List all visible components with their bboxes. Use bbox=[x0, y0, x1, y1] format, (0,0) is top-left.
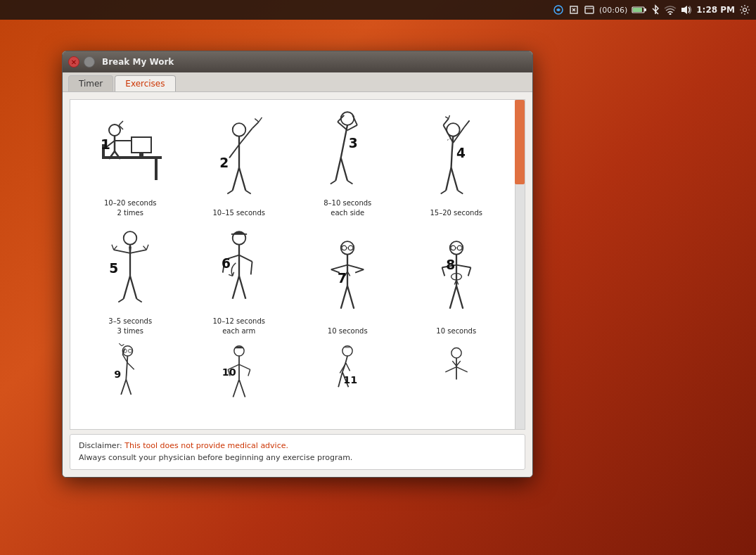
exercise-12 bbox=[407, 342, 506, 412]
svg-point-85 bbox=[457, 245, 462, 250]
notification-count: (00:06) bbox=[599, 6, 627, 15]
exercise-7-caption: 10 seconds bbox=[328, 326, 368, 336]
exercise-11: 11 bbox=[298, 342, 397, 412]
disclaimer-line2: Always consult your physician before beg… bbox=[79, 452, 516, 464]
bluetooth-icon bbox=[651, 4, 660, 15]
svg-rect-8 bbox=[127, 156, 162, 159]
exercise-3: 3 8–10 secondseach side bbox=[298, 106, 397, 218]
tab-timer[interactable]: Timer bbox=[68, 75, 113, 91]
svg-rect-4 bbox=[633, 8, 642, 12]
exercise-3-figure: 3 bbox=[305, 106, 390, 197]
svg-line-110 bbox=[239, 364, 250, 369]
svg-line-45 bbox=[464, 120, 469, 127]
svg-line-42 bbox=[443, 125, 453, 143]
svg-line-91 bbox=[468, 267, 470, 276]
svg-line-102 bbox=[128, 363, 134, 369]
svg-point-21 bbox=[232, 123, 245, 136]
svg-line-80 bbox=[341, 286, 347, 309]
svg-line-46 bbox=[446, 167, 451, 191]
disclaimer-box: Disclaimer: This tool does not provide m… bbox=[70, 434, 525, 470]
svg-line-103 bbox=[121, 380, 126, 395]
svg-point-73 bbox=[349, 245, 354, 250]
svg-rect-9 bbox=[155, 159, 158, 180]
svg-marker-6 bbox=[681, 6, 687, 14]
svg-line-93 bbox=[449, 286, 456, 309]
svg-point-5 bbox=[669, 13, 672, 15]
svg-text:6: 6 bbox=[222, 256, 231, 271]
svg-line-58 bbox=[119, 299, 124, 302]
svg-line-79 bbox=[355, 269, 364, 273]
window-title: Break My Work bbox=[102, 57, 174, 67]
svg-line-65 bbox=[250, 262, 252, 275]
main-window: ✕ Break My Work Timer Exercises bbox=[62, 51, 533, 478]
window-titlebar: ✕ Break My Work bbox=[63, 51, 532, 72]
exercise-5: 5 3–5 seconds3 times bbox=[81, 224, 179, 336]
svg-line-117 bbox=[346, 363, 350, 371]
svg-line-112 bbox=[233, 380, 239, 397]
svg-point-52 bbox=[124, 231, 137, 245]
svg-line-27 bbox=[239, 167, 245, 191]
svg-line-124 bbox=[456, 367, 468, 372]
exercise-1: 1 10–20 seconds2 times bbox=[81, 106, 179, 218]
tab-exercises[interactable]: Exercises bbox=[115, 75, 175, 91]
window-content: 1 10–20 seconds2 times bbox=[63, 92, 532, 477]
svg-text:2: 2 bbox=[219, 155, 229, 170]
svg-point-98 bbox=[129, 349, 132, 352]
exercises-panel: 1 10–20 seconds2 times bbox=[70, 99, 525, 430]
disclaimer-text: Disclaimer: This tool does not provide m… bbox=[79, 440, 516, 452]
svg-text:11: 11 bbox=[344, 374, 358, 385]
taskbar: (00:06) 1:28 PM bbox=[0, 0, 756, 20]
scrollbar[interactable] bbox=[515, 100, 525, 429]
exercise-5-caption: 3–5 seconds3 times bbox=[108, 317, 152, 336]
svg-line-90 bbox=[456, 265, 470, 268]
svg-line-48 bbox=[440, 191, 445, 194]
svg-line-111 bbox=[248, 369, 250, 376]
svg-line-28 bbox=[227, 191, 232, 194]
exercise-6: 6 10–12 secondseach arm bbox=[190, 224, 288, 336]
exercise-9: 9 bbox=[81, 342, 179, 412]
svg-line-49 bbox=[458, 191, 463, 194]
svg-rect-12 bbox=[102, 156, 127, 159]
svg-rect-3 bbox=[644, 8, 646, 11]
tray-icon-3 bbox=[584, 4, 595, 15]
svg-line-59 bbox=[137, 299, 142, 302]
tray-icon-2 bbox=[568, 4, 579, 15]
svg-line-36 bbox=[336, 158, 341, 181]
exercise-1-caption: 10–20 seconds2 times bbox=[104, 198, 157, 218]
svg-line-99 bbox=[127, 356, 128, 380]
tab-bar: Timer Exercises bbox=[63, 72, 532, 92]
svg-text:5: 5 bbox=[110, 261, 119, 276]
disclaimer-highlight: This tool does not provide medical advic… bbox=[124, 441, 288, 450]
exercise-row-3: 9 bbox=[76, 342, 511, 412]
exercise-10: 10 bbox=[190, 342, 288, 412]
svg-point-121 bbox=[451, 348, 461, 358]
svg-point-84 bbox=[451, 245, 456, 250]
exercise-6-figure: 6 bbox=[197, 224, 281, 315]
svg-rect-1 bbox=[585, 6, 594, 13]
volume-icon bbox=[681, 5, 692, 15]
close-button[interactable]: ✕ bbox=[68, 56, 79, 68]
svg-line-76 bbox=[331, 265, 347, 270]
svg-text:1: 1 bbox=[101, 136, 110, 153]
svg-line-81 bbox=[347, 286, 354, 309]
exercise-9-figure: 9 bbox=[88, 342, 172, 412]
minimize-button[interactable] bbox=[84, 56, 95, 68]
exercises-container: 1 10–20 seconds2 times bbox=[70, 100, 525, 418]
settings-icon[interactable] bbox=[739, 4, 750, 15]
exercise-row-2: 5 3–5 seconds3 times bbox=[76, 224, 511, 336]
exercise-6-caption: 10–12 secondseach arm bbox=[212, 317, 265, 336]
svg-line-94 bbox=[456, 286, 463, 309]
svg-line-64 bbox=[239, 255, 252, 262]
svg-line-55 bbox=[130, 250, 146, 253]
exercise-1-figure: 1 bbox=[88, 106, 172, 197]
scroll-thumb[interactable] bbox=[515, 100, 525, 184]
svg-line-56 bbox=[124, 276, 130, 299]
svg-line-29 bbox=[245, 191, 250, 194]
svg-line-118 bbox=[338, 372, 342, 387]
svg-text:9: 9 bbox=[114, 369, 121, 380]
svg-line-39 bbox=[347, 181, 352, 184]
svg-text:3: 3 bbox=[349, 136, 358, 151]
svg-line-25 bbox=[229, 145, 239, 158]
exercise-4-figure: 4 bbox=[414, 115, 499, 207]
svg-point-31 bbox=[341, 112, 354, 125]
